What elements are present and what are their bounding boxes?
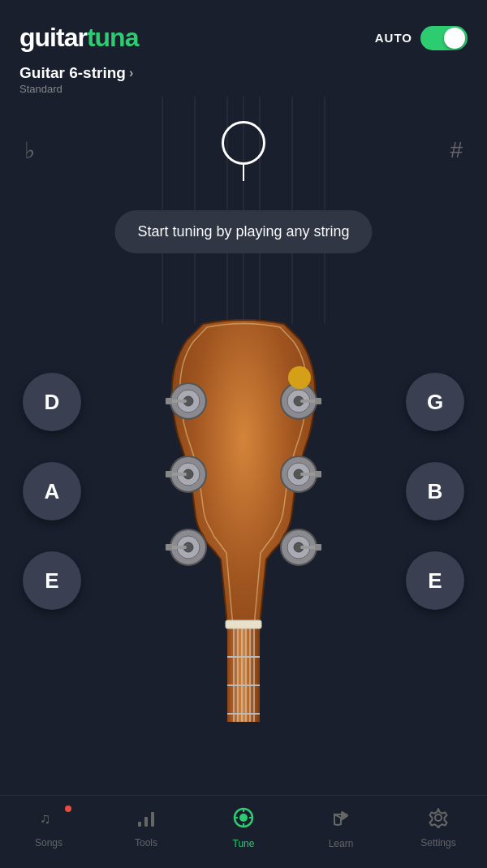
instrument-selector[interactable]: Guitar 6-string › Standard bbox=[0, 61, 487, 97]
nav-item-songs[interactable]: ♫ Songs bbox=[8, 807, 89, 849]
settings-icon bbox=[428, 807, 449, 833]
tuner-area: ♭ # Start tuning by playing any string bbox=[0, 97, 487, 324]
tune-label: Tune bbox=[233, 838, 255, 849]
needle-pointer bbox=[243, 165, 244, 181]
needle-circle bbox=[222, 121, 265, 165]
instrument-chevron-icon: › bbox=[129, 66, 133, 80]
learn-icon bbox=[330, 806, 352, 834]
svg-rect-30 bbox=[300, 473, 317, 476]
nav-item-settings[interactable]: Settings bbox=[398, 807, 479, 849]
instrument-name[interactable]: Guitar 6-string › bbox=[19, 64, 468, 82]
svg-rect-16 bbox=[166, 471, 172, 477]
headstock-container bbox=[130, 316, 357, 722]
svg-rect-26 bbox=[315, 398, 321, 404]
svg-rect-36 bbox=[315, 544, 321, 551]
sharp-button[interactable]: # bbox=[450, 137, 463, 163]
auto-toggle-switch[interactable] bbox=[420, 26, 468, 50]
svg-rect-51 bbox=[151, 812, 154, 827]
svg-rect-11 bbox=[166, 398, 172, 404]
nav-item-tools[interactable]: Tools bbox=[106, 807, 187, 849]
svg-point-59 bbox=[435, 814, 442, 821]
tuning-tooltip: Start tuning by playing any string bbox=[114, 210, 372, 253]
learn-label: Learn bbox=[329, 838, 354, 849]
tools-icon bbox=[136, 807, 157, 833]
string-button-A[interactable]: A bbox=[23, 462, 81, 520]
auto-toggle-container: AUTO bbox=[375, 26, 468, 50]
nav-item-learn[interactable]: Learn bbox=[300, 806, 381, 849]
string-button-D[interactable]: D bbox=[23, 373, 81, 431]
string-button-B[interactable]: B bbox=[406, 462, 464, 520]
songs-notification-dot bbox=[65, 805, 71, 812]
svg-rect-25 bbox=[300, 399, 317, 403]
svg-point-53 bbox=[239, 814, 248, 822]
instrument-name-text: Guitar 6-string bbox=[19, 64, 126, 82]
app-logo: guitartuna bbox=[19, 23, 138, 53]
string-button-E-low[interactable]: E bbox=[23, 551, 81, 610]
tools-label: Tools bbox=[135, 837, 157, 849]
svg-text:♫: ♫ bbox=[40, 810, 51, 827]
songs-icon: ♫ bbox=[38, 807, 59, 833]
svg-rect-31 bbox=[315, 471, 321, 477]
songs-label: Songs bbox=[35, 837, 62, 849]
svg-rect-37 bbox=[227, 624, 260, 722]
nav-item-tune[interactable]: Tune bbox=[203, 806, 284, 849]
header: guitartuna AUTO bbox=[0, 0, 487, 61]
auto-label: AUTO bbox=[375, 31, 412, 45]
tuning-name: Standard bbox=[19, 83, 468, 95]
tune-icon bbox=[232, 806, 255, 834]
headstock-section: D A E G B E bbox=[0, 324, 487, 722]
logo-tuna-text: tuna bbox=[87, 23, 139, 52]
svg-rect-20 bbox=[170, 546, 187, 549]
bottom-navigation: ♫ Songs Tools Tune bbox=[0, 795, 487, 868]
yellow-indicator-dot bbox=[288, 366, 311, 389]
string-button-G[interactable]: G bbox=[406, 373, 464, 431]
toggle-knob bbox=[444, 28, 465, 49]
svg-rect-21 bbox=[166, 544, 172, 551]
flat-button[interactable]: ♭ bbox=[24, 137, 35, 164]
headstock-svg bbox=[130, 316, 357, 722]
svg-rect-38 bbox=[226, 620, 261, 628]
svg-rect-15 bbox=[170, 473, 187, 476]
logo-guitar-text: guitar bbox=[19, 23, 87, 52]
main-content: guitartuna AUTO Guitar 6-string › Standa… bbox=[0, 0, 487, 795]
string-button-E-high[interactable]: E bbox=[406, 551, 464, 610]
svg-rect-49 bbox=[138, 822, 141, 827]
svg-rect-35 bbox=[300, 546, 317, 549]
settings-label: Settings bbox=[420, 837, 455, 849]
svg-rect-10 bbox=[170, 399, 187, 403]
svg-rect-50 bbox=[144, 817, 148, 827]
needle-container bbox=[222, 121, 265, 181]
